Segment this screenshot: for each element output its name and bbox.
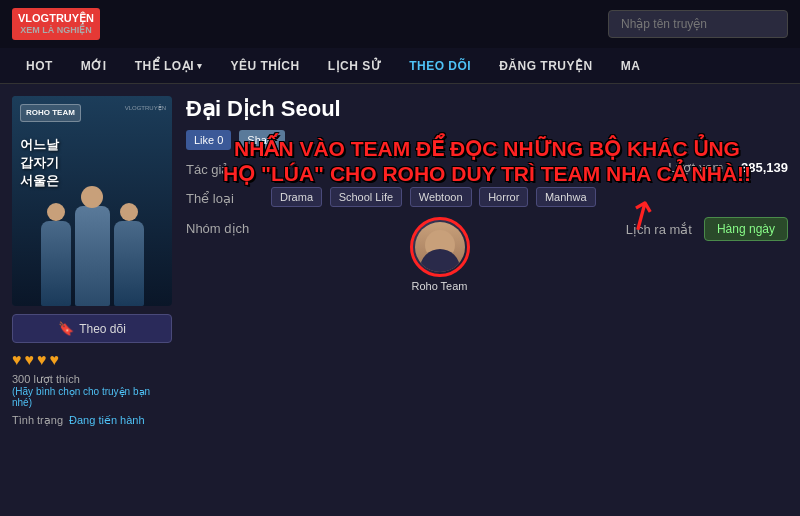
chevron-down-icon: ▾: [197, 61, 203, 71]
tag-drama[interactable]: Drama: [271, 187, 322, 207]
group-avatar[interactable]: [410, 217, 470, 277]
info-table: Tác giả Lượt xem 385,139 Thể loại Drama …: [186, 158, 788, 292]
cover-figures: [12, 166, 172, 306]
follow-button[interactable]: 🔖 Theo dõi: [12, 314, 172, 343]
nav-item-dang-truyen[interactable]: ĐĂNG TRUYỆN: [485, 48, 607, 84]
heart-icon-1: ♥: [12, 351, 22, 369]
schedule-value: Hàng ngày: [704, 217, 788, 241]
share-button[interactable]: Share: [239, 130, 284, 150]
schedule-group: Lịch ra mắt Hàng ngày: [608, 217, 788, 241]
avatar-face: [415, 222, 465, 272]
main-content: ROHO TEAM VLOGTRUYỆN 어느날 갑자기 서울은 🔖 Theo …: [0, 84, 800, 516]
cover-figure-1: [41, 221, 71, 306]
group-name: Roho Team: [411, 280, 467, 292]
nav-item-hot[interactable]: HOT: [12, 48, 67, 84]
cover-figure-3: [114, 221, 144, 306]
views-group: Lượt xem 385,139: [608, 158, 788, 176]
heart-icon-4: ♥: [50, 351, 60, 369]
search-input[interactable]: [608, 10, 788, 38]
nav-item-yeu-thich[interactable]: YÊU THÍCH: [217, 48, 314, 84]
author-label: Tác giả: [186, 158, 271, 177]
like-button[interactable]: Like 0: [186, 130, 231, 150]
heart-icon-2: ♥: [25, 351, 35, 369]
likes-count: 300 lượt thích: [12, 373, 172, 386]
site-logo[interactable]: VLOGTRUYỆN XEM LÀ NGHIỆN: [12, 8, 100, 40]
nav-item-moi[interactable]: MỚI: [67, 48, 121, 84]
schedule-label: Lịch ra mắt: [626, 222, 692, 237]
genres-row: Thể loại Drama School Life Webtoon Horro…: [186, 187, 788, 207]
heart-icon-3: ♥: [37, 351, 47, 369]
views-label: Lượt xem: [668, 160, 723, 175]
nav-item-more[interactable]: MA: [607, 48, 655, 84]
right-panel: Đại Dịch Seoul Like 0 Share NHẤN VÀO TEA…: [186, 96, 788, 504]
nav-item-the-loai[interactable]: THỂ LOẠI ▾: [121, 48, 217, 84]
nav-item-theo-doi[interactable]: THEO DÕI: [395, 48, 485, 84]
nhom-dich-wrapper: Roho Team: [271, 217, 608, 292]
social-row: Like 0 Share: [186, 130, 788, 150]
group-label: Nhóm dịch: [186, 217, 271, 236]
nav-item-lich-su[interactable]: LỊCH SỬ: [314, 48, 396, 84]
cover-team-badge: ROHO TEAM: [20, 104, 81, 122]
genres-list: Drama School Life Webtoon Horror Manhwa: [271, 187, 788, 207]
left-panel: ROHO TEAM VLOGTRUYỆN 어느날 갑자기 서울은 🔖 Theo …: [12, 96, 172, 504]
tag-horror[interactable]: Horror: [479, 187, 528, 207]
cover-watermark: VLOGTRUYỆN: [125, 104, 166, 111]
views-value: 385,139: [741, 160, 788, 175]
tag-manhwa[interactable]: Manhwa: [536, 187, 596, 207]
status-row: Tình trạng Đang tiến hành: [12, 414, 172, 427]
hearts-row: ♥ ♥ ♥ ♥: [12, 351, 172, 369]
likes-link[interactable]: (Hãy bình chọn cho truyện bạn nhé): [12, 386, 172, 408]
tag-webtoon[interactable]: Webtoon: [410, 187, 472, 207]
header: VLOGTRUYỆN XEM LÀ NGHIỆN: [0, 0, 800, 48]
status-label: Tình trạng: [12, 414, 63, 427]
genre-label: Thể loại: [186, 187, 271, 206]
navigation: HOT MỚI THỂ LOẠI ▾ YÊU THÍCH LỊCH SỬ THE…: [0, 48, 800, 84]
manga-title: Đại Dịch Seoul: [186, 96, 788, 122]
cover-art: ROHO TEAM VLOGTRUYỆN 어느날 갑자기 서울은: [12, 96, 172, 306]
logo-area: VLOGTRUYỆN XEM LÀ NGHIỆN: [12, 8, 100, 40]
bookmark-icon: 🔖: [58, 321, 74, 336]
group-value: Roho Team: [271, 217, 608, 292]
tag-school-life[interactable]: School Life: [330, 187, 402, 207]
group-schedule-row: Nhóm dịch Roho Team Lịch ra mắt Hàng ngà…: [186, 217, 788, 292]
author-views-row: Tác giả Lượt xem 385,139: [186, 158, 788, 177]
status-value: Đang tiến hành: [69, 414, 145, 427]
cover-figure-2: [75, 206, 110, 306]
manga-cover: ROHO TEAM VLOGTRUYỆN 어느날 갑자기 서울은: [12, 96, 172, 306]
